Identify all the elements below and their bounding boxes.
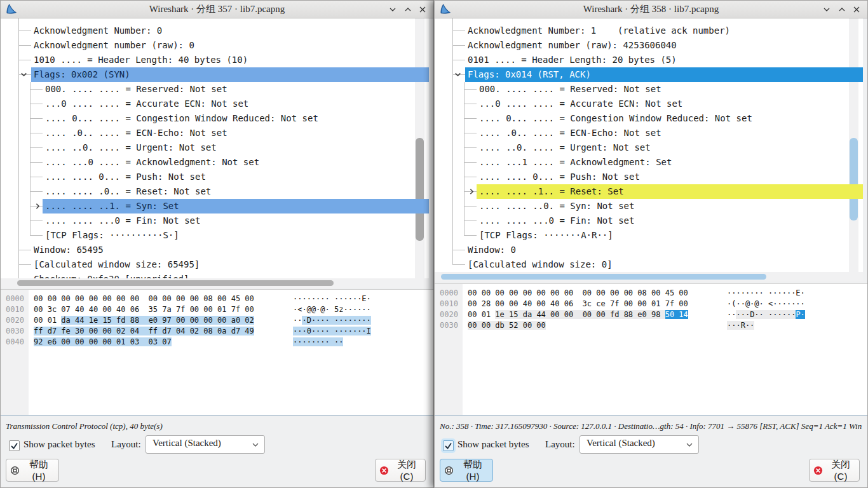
show-packet-bytes-label[interactable]: Show packet bytes	[24, 439, 95, 450]
close-button[interactable]: 关闭(C)	[809, 459, 860, 482]
hex-row[interactable]: 0030ff d7 fe 30 00 00 02 04 ff d7 04 02 …	[1, 326, 433, 337]
tree-row[interactable]: ...0 .... .... = Accurate ECN: Not set	[435, 97, 863, 111]
tree-row[interactable]: Flags: 0x014 (RST, ACK)	[435, 67, 863, 82]
hex-ascii-run[interactable]: ·<·@@·@· 5z······	[293, 305, 371, 314]
hex-bytes-run[interactable]: 00 28 00 00 40 00 40 06 3c ce 7f 00 00 0…	[468, 299, 688, 308]
hex-ascii-run[interactable]: ··	[727, 310, 736, 319]
hex-row[interactable]: 000000 00 00 00 00 00 00 00 00 00 00 00 …	[435, 288, 867, 299]
hex-row[interactable]: 000000 00 00 00 00 00 00 00 00 00 00 00 …	[1, 294, 433, 304]
tree-row[interactable]: .... ..0. .... = Urgent: Not set	[435, 140, 863, 155]
tree-row[interactable]: .... .0.. .... = ECN-Echo: Not set	[1, 126, 429, 140]
horizontal-scrollbar-thumb[interactable]	[17, 280, 334, 286]
close-icon[interactable]	[417, 4, 428, 15]
hex-ascii-run[interactable]: P·	[796, 310, 804, 319]
horizontal-scrollbar[interactable]	[435, 272, 863, 281]
tree-row[interactable]: .... .... .0.. = Reset: Not set	[1, 184, 429, 199]
hex-bytes-run[interactable]: 00 00 00 00 00 00 00 00 00 00 00 00 08 0…	[468, 288, 688, 297]
minimize-icon[interactable]	[388, 4, 398, 15]
maximize-icon[interactable]	[837, 4, 847, 15]
layout-dropdown[interactable]: Vertical (Stacked)	[580, 435, 699, 454]
tree-row[interactable]: Window: 65495	[1, 243, 429, 257]
chevron-down-icon[interactable]	[20, 71, 28, 79]
tree-row-label: .... .... 0... = Push: Not set	[1, 170, 429, 184]
tree-row-label: Flags: 0x014 (RST, ACK)	[435, 67, 863, 82]
tree-row[interactable]: .... .... ...0 = Fin: Not set	[1, 214, 429, 228]
show-packet-bytes-checkbox[interactable]	[443, 440, 454, 451]
tree-row[interactable]: .... ..0. .... = Urgent: Not set	[1, 140, 429, 155]
tree-row-label: .... ...1 .... = Acknowledgment: Set	[435, 155, 863, 170]
help-button[interactable]: 帮助(H)	[6, 459, 59, 482]
hex-ascii-run[interactable]: ···D·· ······	[736, 310, 796, 319]
chevron-right-icon[interactable]	[468, 187, 476, 196]
close-button[interactable]: 关闭(C)	[375, 459, 426, 482]
tree-row[interactable]: [Calculated window size: 65495]	[1, 257, 429, 272]
horizontal-scrollbar[interactable]	[1, 278, 429, 288]
tree-row[interactable]: [TCP Flags: ·······A·R··]	[435, 228, 863, 243]
titlebar[interactable]: Wireshark · 分组 357 · lib7.pcapng	[1, 1, 433, 18]
hex-row[interactable]: 004092 e6 00 00 00 00 01 03 03 07·······…	[1, 337, 433, 348]
tree-row-label: .... ...0 .... = Acknowledgment: Not set	[1, 155, 429, 170]
close-icon[interactable]	[851, 4, 862, 15]
titlebar[interactable]: Wireshark · 分组 358 · lib7.pcapng	[435, 1, 867, 18]
hex-bytes-run[interactable]: 00 01	[468, 310, 495, 319]
hex-ascii-run[interactable]: ·(··@·@· <·······	[727, 299, 805, 308]
hex-bytes-run[interactable]: 00 00 00 00 00 00 00 00 00 00 00 00 08 0…	[34, 294, 254, 303]
tree-row[interactable]: 1010 .... = Header Length: 40 bytes (10)	[1, 53, 429, 67]
tree-row[interactable]: .... ...0 .... = Acknowledgment: Not set	[1, 155, 429, 170]
tree-row[interactable]: .... 0... .... = Congestion Window Reduc…	[435, 111, 863, 126]
hex-ascii-run[interactable]: ········ ······E·	[727, 288, 805, 297]
tree-row-label: Window: 0	[435, 243, 863, 257]
hex-ascii-run[interactable]: ········ ··	[293, 337, 343, 346]
tree-row-label: .... .... .1.. = Reset: Set	[435, 184, 863, 199]
tree-row[interactable]: .... .... ..1. = Syn: Set	[1, 199, 429, 214]
hex-ascii-run[interactable]: ···0···· ·······I	[293, 327, 371, 336]
tree-row[interactable]: 000. .... .... = Reserved: Not set	[1, 82, 429, 97]
tree-row[interactable]: .... .0.. .... = ECN-Echo: Not set	[435, 126, 863, 140]
hex-ascii-run[interactable]: ·D···· ········	[302, 316, 370, 325]
tree-row[interactable]: .... .... 0... = Push: Not set	[435, 170, 863, 184]
tree-row[interactable]: .... .... ..0. = Syn: Not set	[435, 199, 863, 214]
hex-row[interactable]: 001000 28 00 00 40 00 40 06 3c ce 7f 00 …	[435, 299, 867, 309]
help-button[interactable]: 帮助(H)	[440, 459, 493, 482]
hex-row[interactable]: 002000 01 da 44 1e 15 fd 88 e0 97 00 00 …	[1, 315, 433, 326]
show-packet-bytes-checkbox[interactable]	[9, 440, 20, 451]
hex-bytes-run[interactable]: 50 14	[665, 310, 688, 319]
hex-row[interactable]: 001000 3c 07 40 40 00 40 06 35 7a 7f 00 …	[1, 304, 433, 315]
minimize-icon[interactable]	[822, 4, 832, 15]
tree-row[interactable]: ...0 .... .... = Accurate ECN: Not set	[1, 97, 429, 111]
tree-row[interactable]: Window: 0	[435, 243, 863, 257]
tree-row[interactable]: Acknowledgment number (raw): 4253606040	[435, 38, 863, 53]
show-packet-bytes-label[interactable]: Show packet bytes	[458, 439, 529, 450]
hex-bytes-run[interactable]: 00 3c 07 40 40 00 40 06 35 7a 7f 00 00 0…	[34, 305, 254, 314]
hex-ascii-run[interactable]: ··	[293, 316, 302, 325]
hex-bytes-run[interactable]: ff d7 fe 30 00 00 02 04 ff d7 04 02 08 0…	[34, 327, 254, 336]
tree-row[interactable]: [TCP Flags: ··········S·]	[1, 228, 429, 243]
chevron-down-icon[interactable]	[454, 71, 462, 79]
hex-bytes-run[interactable]: 00 01	[34, 316, 61, 325]
tree-row[interactable]: .... 0... .... = Congestion Window Reduc…	[1, 111, 429, 126]
tree-row[interactable]: Flags: 0x002 (SYN)	[1, 67, 429, 82]
hex-bytes-run[interactable]: 92 e6 00 00 00 00 01 03 03 07	[34, 337, 172, 346]
tree-row[interactable]: .... ...1 .... = Acknowledgment: Set	[435, 155, 863, 170]
tree-row[interactable]: Acknowledgment Number: 1 (relative ack n…	[435, 24, 863, 38]
tree-row[interactable]: .... .... 0... = Push: Not set	[1, 170, 429, 184]
tree-row[interactable]: Acknowledgment Number: 0	[1, 24, 429, 38]
hex-ascii-run[interactable]: ···R··	[727, 321, 754, 330]
hex-bytes-run[interactable]: da 44 1e 15 fd 88 e0 97 00 00 00 00 a0 0…	[61, 316, 254, 325]
tree-row[interactable]: Checksum: 0xfe30 [unverified]	[1, 272, 429, 278]
tree-row[interactable]: .... .... ...0 = Fin: Not set	[435, 214, 863, 228]
maximize-icon[interactable]	[403, 4, 413, 15]
hex-bytes-run[interactable]: 1e 15 da 44 00 00 00 00 fd 88 e0 98	[495, 310, 665, 319]
hex-bytes-run[interactable]: 00 00 db 52 00 00	[468, 321, 546, 330]
tree-row[interactable]: 000. .... .... = Reserved: Not set	[435, 82, 863, 97]
hex-row[interactable]: 003000 00 db 52 00 00···R··	[435, 320, 867, 331]
hex-row[interactable]: 002000 01 1e 15 da 44 00 00 00 00 fd 88 …	[435, 309, 867, 320]
tree-row[interactable]: [Calculated window size: 0]	[435, 257, 863, 272]
tree-row[interactable]: 0101 .... = Header Length: 20 bytes (5)	[435, 53, 863, 67]
hex-ascii-run[interactable]: ········ ······E·	[293, 294, 371, 303]
chevron-right-icon[interactable]	[34, 202, 42, 210]
tree-row[interactable]: .... .... .1.. = Reset: Set	[435, 184, 863, 199]
horizontal-scrollbar-thumb[interactable]	[441, 274, 766, 280]
tree-row[interactable]: Acknowledgment number (raw): 0	[1, 38, 429, 53]
layout-dropdown[interactable]: Vertical (Stacked)	[146, 435, 265, 454]
